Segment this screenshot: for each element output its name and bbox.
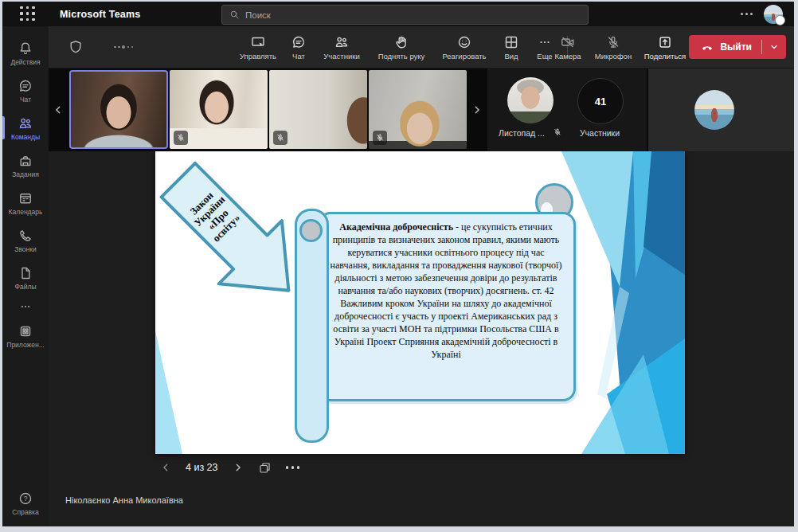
sidebar-item-apps[interactable]: Приложен...	[2, 317, 49, 354]
participants-count-label: Участники	[577, 128, 622, 138]
teams-window: Microsoft Teams Поиск Действия Чат Коман…	[0, 0, 798, 532]
leave-options-chevron[interactable]	[762, 42, 786, 52]
chevron-down-icon	[769, 42, 779, 52]
video-tile[interactable]	[269, 70, 367, 149]
raise-hand-button[interactable]: Поднять руку	[369, 34, 434, 61]
slide-more-options-icon[interactable]	[286, 466, 300, 469]
meeting-chat-button[interactable]: Чат	[283, 34, 315, 61]
strip-scroll-left-button[interactable]	[50, 100, 66, 119]
mic-muted-badge	[373, 131, 387, 145]
search-input[interactable]: Поиск	[221, 5, 589, 25]
file-icon	[18, 265, 33, 281]
app-launcher-waffle-icon[interactable]	[18, 5, 37, 24]
sidebar-item-label: Задания	[12, 170, 39, 178]
sidebar-item-label: Справка	[12, 508, 38, 516]
view-grid-icon	[503, 34, 519, 50]
microphone-button[interactable]: Микрофон	[589, 34, 638, 61]
react-button[interactable]: Реагировать	[434, 34, 495, 61]
backpack-icon	[18, 153, 33, 169]
share-button[interactable]: Поделиться	[638, 34, 692, 61]
participants-button[interactable]: Участники	[315, 34, 369, 61]
sidebar-item-label: Чат	[20, 96, 31, 104]
screen-manage-icon	[250, 34, 266, 50]
sidebar: Действия Чат Команды Задания Календарь З…	[2, 26, 49, 526]
definition-term: Академічна доброчесність	[339, 221, 453, 233]
camera-off-icon	[560, 34, 576, 50]
pop-out-icon[interactable]	[258, 461, 272, 475]
mic-muted-badge	[174, 131, 188, 145]
presentation-stage: Закон України «Про освіту» Академічна до…	[49, 151, 794, 526]
user-avatar[interactable]	[764, 5, 783, 24]
sidebar-item-help[interactable]: ? Справка	[2, 484, 49, 522]
definition-body: - це сукупність етичних принципів та виз…	[331, 221, 562, 296]
participant-avatar[interactable]	[507, 77, 554, 123]
scroll-text: Академічна доброчесність - це сукупність…	[327, 221, 565, 361]
chevron-right-icon	[471, 104, 483, 115]
mic-off-icon	[553, 127, 562, 137]
app-title: Microsoft Teams	[60, 9, 140, 20]
chevron-left-icon	[53, 104, 64, 115]
top-bar: Microsoft Teams Поиск	[2, 2, 794, 26]
view-button[interactable]: Вид	[495, 34, 528, 61]
slide-nav: 4 из 23	[160, 454, 299, 481]
svg-text:?: ?	[23, 495, 27, 503]
calendar-icon	[18, 190, 33, 206]
sidebar-item-label: Приложен...	[6, 341, 44, 349]
sidebar-item-teams[interactable]: Команды	[2, 109, 49, 147]
sidebar-item-label: Файлы	[14, 283, 36, 291]
camera-button[interactable]: Камера	[547, 34, 589, 61]
scroll-roll-curl	[299, 219, 323, 242]
next-slide-button[interactable]	[233, 462, 244, 473]
security-shield-icon	[68, 39, 84, 55]
presentation-slide[interactable]: Закон України «Про освіту» Академічна до…	[155, 151, 685, 454]
strip-scroll-right-button[interactable]	[469, 100, 485, 119]
presenter-name: Ніколаєнко Анна Миколаївна	[65, 495, 183, 505]
self-avatar[interactable]	[694, 90, 734, 130]
manage-button[interactable]: Управлять	[233, 34, 283, 61]
search-placeholder: Поиск	[245, 10, 271, 20]
video-tile[interactable]	[170, 70, 268, 149]
participant-name: Листопад ...	[499, 128, 545, 138]
mic-off-icon	[375, 133, 385, 143]
sidebar-item-label: Звонки	[14, 245, 36, 253]
sidebar-item-label: Действия	[10, 58, 40, 66]
sidebar-item-files[interactable]: Файлы	[2, 259, 49, 296]
mic-off-icon	[605, 34, 621, 50]
sidebar-item-label: Календарь	[9, 208, 43, 216]
participant-count: 41	[595, 96, 606, 108]
participant-count-circle[interactable]: 41	[577, 78, 624, 124]
chat-bubble-icon	[18, 78, 33, 94]
sidebar-item-calendar[interactable]: Календарь	[2, 184, 49, 221]
video-strip: Листопад ... 41 Участники	[49, 68, 794, 151]
self-view-panel	[648, 68, 794, 151]
raise-hand-icon	[393, 34, 409, 50]
scroll-roll	[295, 209, 329, 443]
meeting-chat-icon	[291, 34, 307, 50]
bell-icon	[18, 41, 33, 57]
sidebar-item-label: Команды	[11, 133, 40, 141]
drag-handle-icon[interactable]	[114, 45, 133, 49]
search-icon	[229, 10, 240, 20]
participants-icon	[334, 34, 350, 50]
leave-button[interactable]: Выйти	[689, 35, 786, 59]
previous-slide-button[interactable]	[160, 462, 171, 473]
mic-muted-badge	[273, 131, 288, 145]
sidebar-item-activity[interactable]: Действия	[2, 34, 49, 72]
video-tile[interactable]	[369, 70, 467, 149]
overflow-participants-panel: Листопад ... 41 Участники	[487, 68, 647, 151]
sidebar-item-assignments[interactable]: Задания	[2, 147, 49, 184]
apps-grid-icon	[18, 323, 33, 339]
sidebar-item-chat[interactable]: Чат	[2, 72, 49, 109]
react-smiley-icon	[456, 34, 472, 50]
mic-off-icon	[276, 133, 285, 143]
sidebar-more-icon[interactable]	[2, 296, 49, 317]
meeting-toolbar: Управлять Чат Участники Поднять руку Реа…	[49, 26, 794, 68]
sidebar-item-calls[interactable]: Звонки	[2, 221, 49, 259]
teams-people-icon	[18, 115, 33, 131]
slide-position: 4 из 23	[186, 462, 218, 473]
more-options-icon[interactable]	[741, 13, 753, 15]
help-icon: ?	[18, 491, 33, 507]
hangup-icon	[700, 40, 714, 54]
phone-icon	[18, 228, 33, 244]
video-tile-speaker[interactable]	[69, 70, 168, 149]
